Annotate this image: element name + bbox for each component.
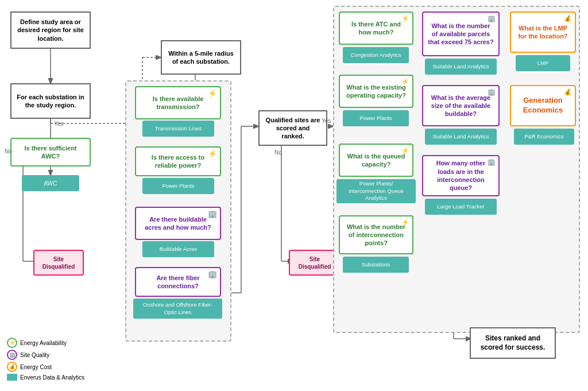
capacity-icon: ⚡: [401, 78, 409, 86]
within-5mile-box: Within a 5-mile radius of each substatio…: [161, 40, 241, 75]
yes-label-2: Yes: [322, 118, 331, 124]
other-loads-box: 🏢 How many other loads are in the interc…: [422, 155, 500, 196]
building-icon: 🏢: [208, 210, 217, 219]
interconnection-points-label: What is the number of interconnection po…: [345, 223, 408, 247]
energy-availability-icon: ⚡: [7, 338, 17, 348]
suitable-land-2-label: Suitable Land Analytics: [432, 133, 489, 140]
atc-box: ⚡ Is there ATC and how much?: [339, 11, 413, 45]
power-plants-2-box: Power Plants: [343, 110, 409, 126]
suitable-land-2-box: Suitable Land Analytics: [425, 129, 497, 145]
no-label-2: No: [274, 149, 282, 156]
pr-economics-label: P&R Economics: [524, 133, 564, 140]
buildable-acres-data-box: Buildable Acres: [142, 241, 214, 257]
atc-icon: ⚡: [401, 14, 409, 22]
existing-capacity-box: ⚡ What is the existing operating capacit…: [339, 75, 413, 108]
queued-capacity-box: ⚡ What is the queued capacity?: [339, 144, 413, 177]
available-parcels-label: What is the number of available parcels …: [428, 22, 494, 47]
pr-economics-box: P&R Economics: [514, 129, 574, 145]
fiber-icon: 🏢: [208, 270, 217, 280]
energy-cost-icon: 💰: [7, 362, 17, 372]
awc-label: AWC: [44, 180, 57, 187]
power-plants-queue-label: Power Plants/ Interconnection Queue Anal…: [342, 180, 410, 202]
large-load-tracker-box: Large Load Tracker: [425, 199, 497, 215]
diagram-container: { "title": "Site Selection Flowchart", "…: [0, 0, 588, 391]
interconnection-points-box: ⚡ What is the number of interconnection …: [339, 215, 413, 254]
queued-capacity-label: What is the queued capacity?: [345, 152, 408, 169]
energy-cost-label: Energy Cost: [20, 364, 52, 370]
lmp-box: LMP: [516, 55, 570, 71]
power-plants-2-label: Power Plants: [360, 115, 392, 122]
available-transmission-label: Is there available transmission?: [141, 95, 215, 111]
sufficient-awc-box: Is there sufficient AWC?: [10, 138, 91, 167]
legend-enverus-data: Enverus Data & Analytics: [7, 374, 84, 381]
site-disqualified-2-label: Site Disqualified: [295, 255, 335, 270]
site-quality-icon: 🏢: [7, 350, 17, 360]
qualified-sites-box: Qualified sites are scored and ranked.: [258, 110, 327, 146]
avg-buildable-label: What is the average size of the availabl…: [428, 94, 494, 118]
fiber-connections-box: 🏢 Are there fiber connections?: [135, 267, 221, 297]
access-power-box: ⚡ Is there access to reliable power?: [135, 146, 221, 176]
legend-energy-availability: ⚡ Energy Availability: [7, 338, 84, 348]
fiber-lines-box: Onshore and Offshore Fiber-Optic Lines: [133, 299, 222, 319]
sites-ranked-label: Sites ranked and scored for success.: [475, 334, 550, 352]
sites-ranked-box: Sites ranked and scored for success.: [470, 327, 556, 359]
power-plants-label: Power Plants: [163, 183, 195, 189]
loads-icon: 🏢: [488, 158, 496, 166]
atc-label: Is there ATC and how much?: [345, 20, 408, 37]
define-study-label: Define study area or desired region for …: [16, 18, 85, 42]
access-power-label: Is there access to reliable power?: [141, 153, 215, 170]
queue-icon: ⚡: [401, 146, 409, 154]
no-label-1: No: [5, 148, 12, 154]
qualified-sites-label: Qualified sites are scored and ranked.: [264, 116, 322, 141]
each-substation-box: For each substation in the study region.: [10, 83, 91, 119]
suitable-land-1-label: Suitable Land Analytics: [432, 63, 489, 70]
large-load-tracker-label: Large Load Tracker: [437, 203, 484, 210]
sufficient-awc-label: Is there sufficient AWC?: [16, 144, 85, 161]
power-icon: ⚡: [208, 149, 217, 159]
fiber-lines-label: Onshore and Offshore Fiber-Optic Lines: [139, 301, 216, 316]
transmission-lines-box: Transmission Lines: [142, 121, 214, 137]
other-loads-label: How many other loads are in the intercon…: [428, 159, 494, 192]
lmp-question-label: What is the LMP for the location?: [516, 24, 570, 41]
buildable-acres-box: 🏢 Are there buildable acres and how much…: [135, 207, 221, 240]
transmission-lines-label: Transmission Lines: [155, 125, 202, 132]
suitable-land-1-box: Suitable Land Analytics: [425, 59, 497, 75]
buildable-acres-data-label: Buildable Acres: [160, 246, 197, 253]
transmission-icon: ⚡: [208, 89, 217, 99]
legend: ⚡ Energy Availability 🏢 Site Quality 💰 E…: [7, 338, 84, 382]
substations-box: Substations: [343, 257, 409, 273]
yes-label-1: Yes: [54, 121, 63, 127]
congestion-analytics-label: Congestion Analytics: [350, 52, 401, 59]
lmp-question-box: 💰 What is the LMP for the location?: [510, 11, 576, 53]
site-quality-label: Site Quality: [20, 352, 49, 358]
parcels-icon: 🏢: [488, 14, 496, 22]
buildable-icon: 🏢: [488, 88, 496, 96]
lmp-icon: 💰: [564, 14, 572, 22]
enverus-data-label: Enverus Data & Analytics: [20, 374, 84, 381]
gen-econ-icon: 💰: [564, 88, 572, 96]
fiber-connections-label: Are there fiber connections?: [141, 274, 215, 291]
define-study-box: Define study area or desired region for …: [10, 11, 91, 49]
substations-label: Substations: [362, 261, 390, 268]
available-parcels-box: 🏢 What is the number of available parcel…: [422, 11, 500, 56]
energy-availability-label: Energy Availability: [20, 340, 67, 346]
available-transmission-box: ⚡ Is there available transmission?: [135, 86, 221, 119]
site-disqualified-1: Site Disqualified: [33, 250, 84, 276]
power-plants-queue-box: Power Plants/ Interconnection Queue Anal…: [336, 179, 416, 203]
avg-buildable-box: 🏢 What is the average size of the availa…: [422, 85, 500, 126]
within-5mile-label: Within a 5-mile radius of each substatio…: [167, 49, 235, 66]
power-plants-box: Power Plants: [142, 178, 214, 194]
generation-economics-label: Generation Economics: [516, 96, 570, 115]
existing-capacity-label: What is the existing operating capacity?: [345, 83, 408, 100]
congestion-analytics-box: Congestion Analytics: [343, 47, 409, 63]
each-substation-label: For each substation in the study region.: [16, 93, 85, 110]
awc-box: AWC: [22, 175, 79, 191]
generation-economics-box: 💰 Generation Economics: [510, 85, 576, 126]
site-disqualified-1-label: Site Disqualified: [39, 255, 78, 270]
lmp-label: LMP: [537, 60, 549, 67]
legend-site-quality: 🏢 Site Quality: [7, 350, 84, 360]
legend-energy-cost: 💰 Energy Cost: [7, 362, 84, 372]
enverus-data-icon: [7, 374, 17, 381]
interconnect-icon: ⚡: [401, 218, 409, 226]
buildable-acres-label: Are there buildable acres and how much?: [141, 215, 215, 232]
